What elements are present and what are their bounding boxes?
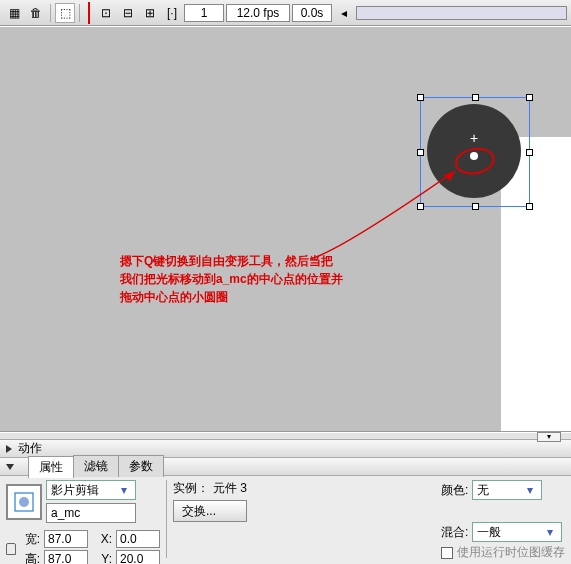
hint-line-2: 我们把光标移动到a_mc的中心点的位置并 (120, 270, 343, 288)
symbol-column: 影片剪辑▾ a_mc 宽:87.0X:0.0 高:87.0Y:20.0 (6, 480, 160, 558)
handle-se[interactable] (526, 203, 533, 210)
properties-panel: 影片剪辑▾ a_mc 宽:87.0X:0.0 高:87.0Y:20.0 实例：元… (0, 476, 571, 562)
collapse-icon[interactable] (6, 464, 14, 470)
width-label: 宽: (20, 531, 40, 548)
color-select[interactable]: 无▾ (472, 480, 542, 500)
edit-multi-icon[interactable]: ⊞ (140, 3, 160, 23)
symbol-type-select[interactable]: 影片剪辑▾ (46, 480, 136, 500)
handle-s[interactable] (472, 203, 479, 210)
color-label: 颜色: (441, 482, 468, 499)
x-label: X: (92, 532, 112, 546)
properties-tabs: 属性 滤镜 参数 (20, 457, 565, 477)
handle-sw[interactable] (417, 203, 424, 210)
elapsed-time: 0.0s (292, 4, 332, 22)
current-frame: 1 (184, 4, 224, 22)
x-input[interactable]: 0.0 (116, 530, 160, 548)
onion-outline-icon[interactable]: ⊟ (118, 3, 138, 23)
scroll-left-icon[interactable]: ◂ (334, 3, 354, 23)
timeline-toolbar: ▦ 🗑 ⬚ ⊡ ⊟ ⊞ [·] 1 12.0 fps 0.0s ◂ (0, 0, 571, 26)
symbol-type-value: 影片剪辑 (51, 482, 99, 499)
y-label: Y: (92, 552, 112, 564)
panel-divider[interactable]: ▾ (0, 432, 571, 440)
tab-filters[interactable]: 滤镜 (73, 455, 119, 477)
height-label: 高: (20, 551, 40, 565)
handle-w[interactable] (417, 149, 424, 156)
symbol-preview-icon[interactable] (6, 484, 42, 520)
svg-point-1 (19, 497, 29, 507)
instance-value: 元件 3 (213, 480, 247, 497)
transform-bounding-box[interactable]: + (420, 97, 530, 207)
panel-menu-icon[interactable]: ▾ (537, 432, 561, 442)
properties-panel-header[interactable]: 属性 滤镜 参数 (0, 458, 571, 476)
stage-zoom-button[interactable]: ⬚ (55, 3, 75, 23)
hint-line-3: 拖动中心点的小圆圈 (120, 288, 343, 306)
marker-icon[interactable]: [·] (162, 3, 182, 23)
color-column: 颜色:无▾ 混合:一般▾ 使用运行时位图缓存 (441, 480, 565, 558)
lock-icon[interactable] (6, 543, 16, 555)
instance-name-input[interactable]: a_mc (46, 503, 136, 523)
separator (50, 4, 51, 22)
chevron-down-icon: ▾ (523, 483, 537, 497)
separator (79, 4, 80, 22)
tab-params[interactable]: 参数 (118, 455, 164, 477)
blend-select[interactable]: 一般▾ (472, 522, 562, 542)
annotation-circle (453, 145, 497, 178)
color-value: 无 (477, 482, 489, 499)
handle-ne[interactable] (526, 94, 533, 101)
swap-button[interactable]: 交换... (173, 500, 247, 522)
a-mc-circle[interactable]: + (427, 104, 521, 198)
actions-label: 动作 (18, 440, 42, 457)
y-input[interactable]: 20.0 (116, 550, 160, 564)
tab-properties[interactable]: 属性 (28, 456, 74, 478)
frame-rate: 12.0 fps (226, 4, 290, 22)
layer-icon[interactable]: ▦ (4, 3, 24, 23)
chevron-down-icon: ▾ (543, 525, 557, 539)
blend-label: 混合: (441, 524, 468, 541)
playhead-icon[interactable] (88, 2, 90, 24)
divider (166, 480, 167, 558)
expand-icon[interactable] (6, 445, 12, 453)
blend-value: 一般 (477, 524, 501, 541)
width-input[interactable]: 87.0 (44, 530, 88, 548)
runtime-bitmap-checkbox[interactable] (441, 547, 453, 559)
instance-label: 实例： (173, 480, 209, 497)
handle-nw[interactable] (417, 94, 424, 101)
registration-icon: + (470, 130, 478, 146)
annotation-hint: 摁下Q键切换到自由变形工具，然后当把 我们把光标移动到a_mc的中心点的位置并 … (120, 252, 343, 306)
onion-skin-icon[interactable]: ⊡ (96, 3, 116, 23)
instance-column: 实例：元件 3 交换... (173, 480, 247, 558)
timeline-scrollbar[interactable] (356, 6, 567, 20)
handle-e[interactable] (526, 149, 533, 156)
chevron-down-icon: ▾ (117, 483, 131, 497)
height-input[interactable]: 87.0 (44, 550, 88, 564)
runtime-bitmap-label: 使用运行时位图缓存 (457, 544, 565, 561)
handle-n[interactable] (472, 94, 479, 101)
trash-icon[interactable]: 🗑 (26, 3, 46, 23)
stage[interactable]: + 摁下Q键切换到自由变形工具，然后当把 我们把光标移动到a_mc的中心点的位置… (0, 26, 571, 432)
hint-line-1: 摁下Q键切换到自由变形工具，然后当把 (120, 252, 343, 270)
